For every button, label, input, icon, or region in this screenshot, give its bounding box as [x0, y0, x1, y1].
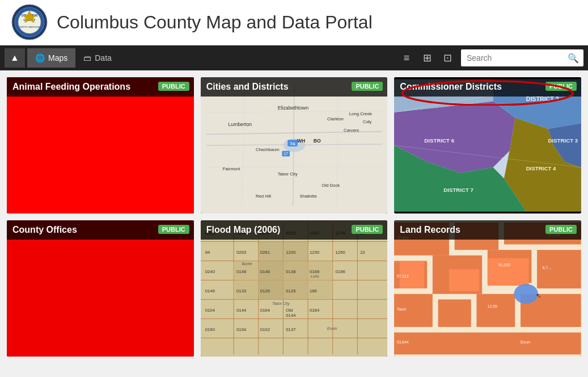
svg-line-10 [95, 90, 100, 200]
svg-text:Loris: Loris [311, 274, 319, 278]
svg-text:Burke: Burke [242, 262, 252, 266]
svg-rect-107 [283, 261, 332, 300]
svg-point-20 [37, 149, 42, 153]
svg-rect-73 [7, 223, 194, 355]
svg-text:0133: 0133 [236, 288, 246, 294]
globe-icon: 🌐 [35, 53, 45, 62]
svg-text:0126: 0126 [286, 288, 295, 294]
svg-text:Old Dock: Old Dock [322, 183, 340, 188]
svg-text:Elizabethtown: Elizabethtown [84, 100, 111, 105]
svg-point-79 [70, 291, 77, 298]
list-icon: ≡ [404, 52, 410, 64]
collapse-button[interactable]: ▲ [5, 48, 25, 68]
svg-rect-162 [488, 258, 529, 286]
svg-point-24 [43, 187, 48, 192]
map-thumbnail-flood: 0205 0242 0273 0225 1342 1276 22 94 0283… [201, 220, 388, 357]
svg-rect-75 [106, 239, 161, 272]
svg-text:PLANNING: PLANNING [40, 345, 57, 349]
card-commissioner-districts[interactable]: DISTRICT 2 DISTRICT 3 DISTRICT 4 DISTRIC… [394, 77, 581, 213]
svg-text:94: 94 [205, 250, 210, 255]
card-badge-flood: PUBLIC [352, 225, 383, 234]
svg-text:Long Creek: Long Creek [349, 111, 371, 116]
svg-text:DISTRICT 4: DISTRICT 4 [526, 165, 556, 171]
svg-rect-90 [58, 262, 66, 268]
svg-rect-74 [34, 244, 100, 288]
tab-data[interactable]: 🗃 Data [75, 48, 120, 68]
svg-text:0137: 0137 [286, 327, 295, 332]
map-thumbnail-commissioner: DISTRICT 2 DISTRICT 3 DISTRICT 4 DISTRIC… [394, 77, 581, 213]
card-badge-land: PUBLIC [545, 225, 577, 234]
search-button[interactable]: 🔍 [563, 49, 583, 66]
chevron-up-icon: ▲ [10, 53, 19, 63]
svg-text:Exum: Exum [327, 326, 337, 330]
svg-text:Tacor: Tacor [397, 307, 407, 311]
svg-rect-157 [477, 294, 515, 327]
header: COLUMBUS COUNTY NORTH CAROLINA Columbus … [0, 0, 588, 45]
grid-view-button[interactable]: ⊞ [417, 48, 437, 68]
svg-rect-8 [7, 79, 194, 212]
card-county-offices[interactable]: Andrew Jackson Hwy W FARM SERVICE AGENCY… [7, 220, 194, 357]
svg-text:0164: 0164 [260, 308, 270, 313]
svg-text:Exum: Exum [521, 340, 531, 344]
svg-rect-156 [438, 299, 471, 326]
svg-text:Lumberton: Lumberton [228, 122, 252, 127]
compact-view-button[interactable]: ⊡ [437, 48, 458, 68]
svg-text:LACAMA: LACAMA [32, 329, 50, 334]
svg-text:0194: 0194 [236, 327, 247, 332]
svg-text:1230: 1230 [310, 250, 319, 255]
svg-point-15 [60, 157, 64, 161]
svg-text:Chachbaum: Chachbaum [256, 147, 280, 152]
card-badge-cities: PUBLIC [352, 82, 383, 91]
svg-point-17 [54, 173, 58, 178]
svg-text:BO: BO [313, 138, 320, 144]
svg-text:0240: 0240 [205, 269, 214, 274]
svg-text:Colly: Colly [363, 120, 372, 124]
svg-text:93,644: 93,644 [397, 340, 409, 344]
list-view-button[interactable]: ≡ [396, 48, 417, 68]
svg-point-13 [90, 124, 94, 128]
svg-text:0146: 0146 [205, 288, 214, 294]
svg-text:1260: 1260 [335, 250, 345, 255]
svg-text:Clarkton: Clarkton [327, 116, 344, 122]
svg-point-21 [137, 157, 141, 161]
svg-text:Shallotte: Shallotte [299, 194, 316, 199]
svg-text:1200: 1200 [286, 250, 295, 255]
svg-text:0144: 0144 [286, 313, 296, 318]
svg-rect-7 [7, 79, 194, 212]
svg-text:0102: 0102 [260, 327, 269, 332]
svg-text:12,05: 12,05 [488, 304, 497, 308]
tab-maps[interactable]: 🌐 Maps [27, 48, 75, 68]
svg-point-14 [106, 149, 111, 153]
grid-icon: ⊞ [423, 52, 432, 64]
card-animal-feeding[interactable]: Lumberton Elizabethtown Tabor City Shall… [7, 77, 194, 213]
svg-rect-159 [394, 333, 581, 355]
svg-text:81,000: 81,000 [499, 263, 511, 267]
svg-text:Lumberton: Lumberton [37, 108, 58, 114]
map-thumbnail-animal: Lumberton Elizabethtown Tabor City Shall… [7, 77, 194, 213]
svg-text:0184: 0184 [310, 308, 320, 313]
svg-text:0104: 0104 [205, 308, 215, 313]
svg-point-18 [86, 165, 91, 170]
svg-text:17: 17 [284, 152, 288, 156]
svg-point-12 [76, 135, 81, 140]
svg-rect-88 [47, 262, 55, 268]
card-land-records[interactable]: 22,640 97,543 57,313 81,000 8,7... Tacor… [394, 220, 581, 357]
svg-text:186: 186 [310, 288, 317, 294]
card-flood-map[interactable]: 0205 0242 0273 0225 1342 1276 22 94 0283… [201, 220, 388, 357]
compact-icon: ⊡ [443, 52, 452, 64]
svg-text:0126: 0126 [260, 288, 269, 294]
svg-line-9 [34, 135, 166, 145]
svg-text:0148: 0148 [260, 269, 269, 274]
svg-text:AGENCY: AGENCY [41, 309, 58, 313]
svg-text:74: 74 [60, 263, 64, 267]
svg-text:74: 74 [290, 141, 295, 146]
search-input[interactable] [461, 49, 563, 66]
database-icon: 🗃 [83, 53, 91, 62]
svg-text:WH: WH [297, 138, 305, 144]
map-thumbnail-county: Andrew Jackson Hwy W FARM SERVICE AGENCY… [7, 220, 194, 357]
search-box: 🔍 [461, 49, 583, 66]
search-icon: 🔍 [568, 53, 579, 64]
map-thumbnail-cities: 74 Lumberton Elizabethtown WH BO Fairmon… [201, 77, 388, 213]
card-cities-districts[interactable]: 74 Lumberton Elizabethtown WH BO Fairmon… [201, 77, 388, 213]
svg-text:DISTRICT 6: DISTRICT 6 [425, 137, 455, 144]
